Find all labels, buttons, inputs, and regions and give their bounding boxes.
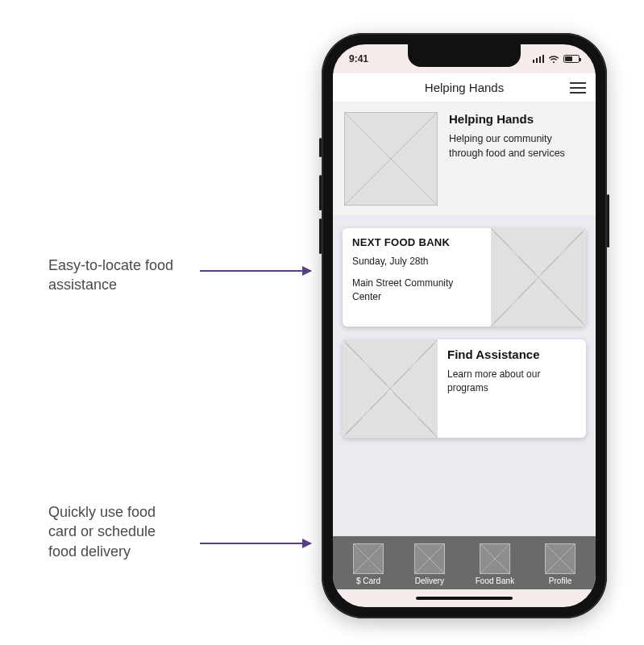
placeholder-image-icon — [480, 543, 510, 574]
card-eyebrow: NEXT FOOD BANK — [352, 236, 481, 248]
hero-section: Helping Hands Helping our community thro… — [333, 102, 596, 215]
find-assistance-card[interactable]: Find Assistance Learn more about our pro… — [343, 339, 586, 438]
arrow-icon — [200, 270, 311, 272]
nav-label: Delivery — [415, 576, 444, 585]
placeholder-image-icon — [414, 543, 445, 574]
nav-item-food-bank[interactable]: Food Bank — [476, 543, 514, 585]
nav-label: Food Bank — [476, 576, 514, 585]
cellular-signal-icon — [533, 55, 545, 63]
phone-screen: 9:41 Helping Hands — [333, 44, 596, 607]
card-title: Find Assistance — [447, 347, 576, 361]
phone-device-frame: 9:41 Helping Hands — [322, 33, 607, 618]
arrow-icon — [200, 543, 311, 544]
app-title: Helping Hands — [425, 81, 504, 94]
annotation-food-assistance: Easy-to-locate food assistance — [48, 256, 185, 295]
nav-label: Profile — [549, 576, 571, 585]
home-indicator[interactable] — [333, 589, 596, 607]
next-food-bank-card[interactable]: NEXT FOOD BANK Sunday, July 28th Main St… — [343, 228, 586, 327]
nav-item-profile[interactable]: Profile — [545, 543, 575, 585]
app-header: Helping Hands — [333, 73, 596, 102]
bottom-nav: $ Card Delivery Food Bank Profile — [333, 536, 596, 589]
wifi-icon — [548, 55, 559, 64]
card-subtitle: Learn more about our programs — [447, 368, 576, 395]
volume-up-button — [319, 175, 322, 210]
nav-item-delivery[interactable]: Delivery — [414, 543, 445, 585]
volume-down-button — [319, 218, 322, 254]
status-time: 9:41 — [349, 53, 368, 64]
nav-label: $ Card — [356, 576, 380, 585]
placeholder-image-icon — [353, 543, 384, 574]
annotation-bottom-nav: Quickly use food card or schedule food d… — [48, 502, 185, 561]
hero-subtitle: Helping our community through food and s… — [449, 132, 584, 160]
placeholder-image-icon — [545, 543, 575, 574]
placeholder-image-icon — [491, 228, 586, 327]
menu-icon[interactable] — [570, 82, 586, 94]
hero-title: Helping Hands — [449, 112, 584, 126]
placeholder-image-icon — [343, 339, 438, 438]
placeholder-image-icon — [344, 112, 438, 206]
battery-icon — [563, 55, 580, 63]
main-content: Helping Hands Helping our community thro… — [333, 102, 596, 536]
silent-switch — [319, 138, 322, 157]
power-button — [607, 194, 609, 248]
nav-item-card[interactable]: $ Card — [353, 543, 384, 585]
card-location: Main Street Community Center — [352, 277, 481, 304]
notch — [408, 44, 521, 67]
card-date: Sunday, July 28th — [352, 255, 481, 268]
